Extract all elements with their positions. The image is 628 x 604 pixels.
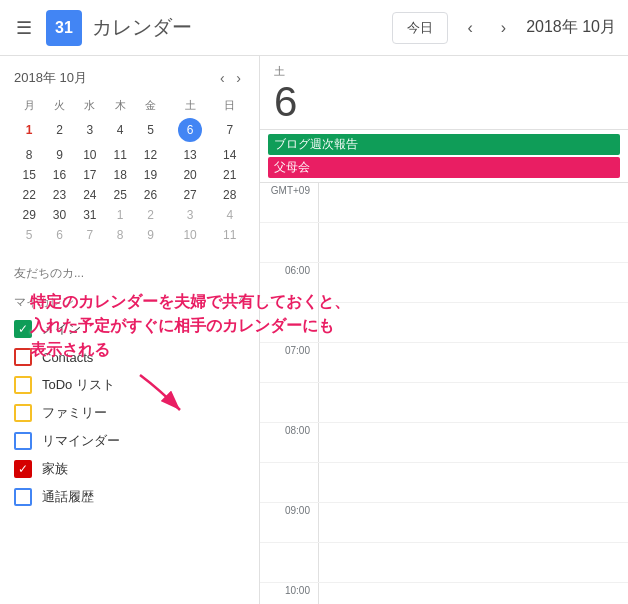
cal-day[interactable]: 25: [105, 185, 135, 205]
cal-day[interactable]: 6: [44, 225, 74, 245]
time-row-1000: 10:00: [260, 583, 628, 604]
mini-cal-next[interactable]: ›: [232, 68, 245, 88]
cal-day[interactable]: 28: [215, 185, 245, 205]
calendar-item-todo[interactable]: ToDo リスト: [0, 371, 259, 399]
cal-day[interactable]: 7: [75, 225, 105, 245]
cal-day[interactable]: 3: [75, 115, 105, 145]
time-grid: GMT+09 06:00 07:00: [260, 183, 628, 604]
my-calendars-header[interactable]: マイカレン ^: [0, 286, 259, 315]
time-label-gmt: GMT+09: [260, 183, 318, 222]
calendar-main: 土 6 ブログ週次報告 父母会 GMT+09 06:00: [260, 56, 628, 604]
collapse-icon: ^: [239, 294, 245, 311]
checkbox-contacts[interactable]: [14, 348, 32, 366]
time-label-0900: 09:00: [260, 503, 318, 542]
today-button[interactable]: 今日: [392, 12, 448, 44]
cal-day[interactable]: 4: [215, 205, 245, 225]
cal-day[interactable]: 7: [215, 115, 245, 145]
cal-day[interactable]: 12: [135, 145, 165, 165]
cal-day[interactable]: 22: [14, 185, 44, 205]
time-label-0700: 07:00: [260, 343, 318, 382]
day-header: 土 6: [260, 56, 628, 130]
cal-day[interactable]: 3: [166, 205, 215, 225]
cal-day[interactable]: 14: [215, 145, 245, 165]
cal-day[interactable]: 18: [105, 165, 135, 185]
cal-day[interactable]: 20: [166, 165, 215, 185]
cal-day[interactable]: 10: [166, 225, 215, 245]
cal-day[interactable]: 2: [135, 205, 165, 225]
all-day-events: ブログ週次報告 父母会: [260, 130, 628, 183]
checkbox-kazoku[interactable]: [14, 460, 32, 478]
cal-day[interactable]: 17: [75, 165, 105, 185]
time-label-0800: 08:00: [260, 423, 318, 462]
cal-day[interactable]: 30: [44, 205, 74, 225]
cal-day[interactable]: 15: [14, 165, 44, 185]
cal-day[interactable]: 16: [44, 165, 74, 185]
cal-day[interactable]: 27: [166, 185, 215, 205]
time-cell: [318, 503, 628, 542]
time-cell: [318, 423, 628, 462]
event-pta[interactable]: 父母会: [268, 157, 620, 178]
header-right: 今日 ‹ › 2018年 10月: [392, 12, 617, 44]
cal-day[interactable]: 19: [135, 165, 165, 185]
calendar-item-family[interactable]: ファミリー: [0, 399, 259, 427]
cal-day[interactable]: 1: [105, 205, 135, 225]
weekday-tue: 火: [44, 96, 74, 115]
time-cell: [318, 343, 628, 382]
cal-day[interactable]: 29: [14, 205, 44, 225]
mini-cal-nav-buttons: ‹ ›: [216, 68, 245, 88]
calendar-item-reminder[interactable]: リマインダー: [0, 427, 259, 455]
calendar-item-main[interactable]: メイン: [0, 315, 259, 343]
cal-day[interactable]: 4: [105, 115, 135, 145]
cal-day[interactable]: 26: [135, 185, 165, 205]
calendar-item-kazoku[interactable]: 家族: [0, 455, 259, 483]
time-label-empty3: [260, 383, 318, 422]
cal-day[interactable]: 8: [105, 225, 135, 245]
cal-day[interactable]: 13: [166, 145, 215, 165]
time-row-empty4: [260, 463, 628, 503]
time-row-gmt: GMT+09: [260, 183, 628, 223]
cal-day[interactable]: 2: [44, 115, 74, 145]
mini-calendar: 2018年 10月 ‹ › 月 火 水 木 金 土 日: [0, 56, 259, 257]
cal-day[interactable]: 11: [215, 225, 245, 245]
calendar-logo: 31: [46, 10, 82, 46]
checkbox-family[interactable]: [14, 404, 32, 422]
time-cell: [318, 263, 628, 302]
time-cell: [318, 383, 628, 422]
cal-day[interactable]: 23: [44, 185, 74, 205]
hamburger-icon[interactable]: ☰: [12, 13, 36, 43]
time-row-0700: 07:00: [260, 343, 628, 383]
cal-day[interactable]: 5: [135, 115, 165, 145]
time-cell: [318, 583, 628, 604]
app-title: カレンダー: [92, 14, 192, 41]
checkbox-reminder[interactable]: [14, 432, 32, 450]
cal-day[interactable]: 9: [135, 225, 165, 245]
calendar-item-call-history[interactable]: 通話履歴: [0, 483, 259, 511]
checkbox-call-history[interactable]: [14, 488, 32, 506]
my-calendars-label: マイカレン: [14, 294, 74, 311]
cal-day-today[interactable]: 6: [166, 115, 215, 145]
checkbox-todo[interactable]: [14, 376, 32, 394]
cal-label-contacts: Contacts: [42, 350, 93, 365]
cal-day[interactable]: 24: [75, 185, 105, 205]
cal-day[interactable]: 10: [75, 145, 105, 165]
cal-day[interactable]: 8: [14, 145, 44, 165]
event-blog[interactable]: ブログ週次報告: [268, 134, 620, 155]
cal-label-family: ファミリー: [42, 404, 107, 422]
time-label-1000: 10:00: [260, 583, 318, 604]
cal-day[interactable]: 5: [14, 225, 44, 245]
next-nav-button[interactable]: ›: [493, 15, 514, 41]
cal-day[interactable]: 11: [105, 145, 135, 165]
time-row-empty2: [260, 303, 628, 343]
mini-cal-prev[interactable]: ‹: [216, 68, 229, 88]
cal-day[interactable]: 9: [44, 145, 74, 165]
cal-day[interactable]: 21: [215, 165, 245, 185]
calendar-item-contacts[interactable]: Contacts: [0, 343, 259, 371]
cal-label-kazoku: 家族: [42, 460, 68, 478]
checkbox-main[interactable]: [14, 320, 32, 338]
weekday-sat: 土: [166, 96, 215, 115]
time-row-0900: 09:00: [260, 503, 628, 543]
cal-day[interactable]: 1: [14, 115, 44, 145]
time-label-empty4: [260, 463, 318, 502]
prev-nav-button[interactable]: ‹: [460, 15, 481, 41]
cal-day[interactable]: 31: [75, 205, 105, 225]
